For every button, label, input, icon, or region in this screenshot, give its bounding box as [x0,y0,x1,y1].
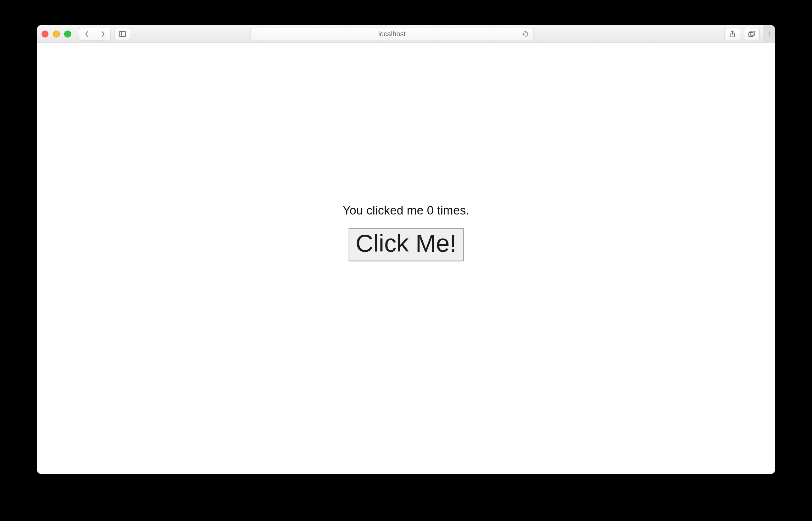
click-me-button[interactable]: Click Me! [349,228,463,261]
click-count-text: You clicked me 0 times. [343,203,469,217]
address-text: localhost [378,30,406,38]
svg-rect-0 [119,31,125,37]
sidebar-toggle-button[interactable] [115,28,130,40]
back-button[interactable] [79,28,95,40]
svg-rect-5 [750,31,755,35]
sidebar-icon [119,31,126,37]
close-window-button[interactable] [42,30,48,38]
chevron-left-icon [85,31,89,37]
tabs-icon [748,31,755,37]
page-content: You clicked me 0 times. Click Me! [37,43,775,474]
minimize-window-button[interactable] [53,30,60,38]
svg-rect-4 [749,32,753,37]
window-controls [42,30,71,38]
reload-icon [522,31,529,37]
share-button[interactable] [724,28,740,40]
chevron-right-icon [100,31,105,37]
forward-button[interactable] [95,28,111,40]
plus-icon [766,31,772,37]
tabs-overview-button[interactable] [744,28,760,40]
fullscreen-window-button[interactable] [64,30,71,38]
browser-window: localhost [37,25,775,474]
titlebar-right-controls [724,28,770,40]
nav-buttons [79,28,111,40]
share-icon [730,30,735,38]
counter-widget: You clicked me 0 times. Click Me! [343,203,469,261]
address-bar[interactable]: localhost [250,28,533,40]
titlebar: localhost [37,25,775,43]
new-tab-button[interactable] [764,25,775,43]
reload-button[interactable] [521,30,530,39]
